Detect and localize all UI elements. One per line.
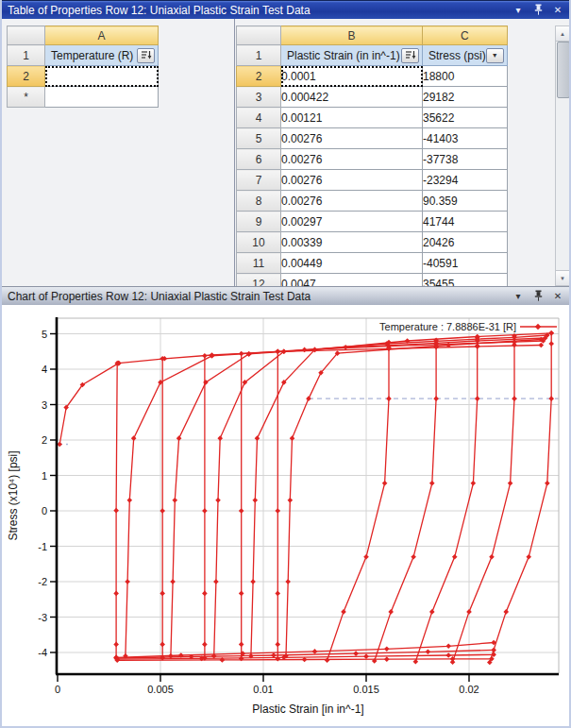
- table-splitter[interactable]: [234, 19, 235, 286]
- close-icon[interactable]: ✕: [552, 292, 563, 301]
- row-header-12[interactable]: 12: [237, 274, 281, 287]
- cell-B1[interactable]: Plastic Strain (in in^-1): [281, 45, 423, 66]
- row-header-2[interactable]: 2: [8, 66, 45, 87]
- cell-C4[interactable]: 35622: [423, 108, 508, 128]
- pin-icon[interactable]: [532, 4, 544, 17]
- data-point-marker: [426, 649, 431, 654]
- cell-B2[interactable]: 0.0001: [281, 66, 423, 87]
- chart-panel: Chart of Properties Row 12: Uniaxial Pla…: [2, 286, 569, 728]
- table-panel-titlebar: Table of Properties Row 12: Uniaxial Pla…: [2, 0, 569, 19]
- cell-C2[interactable]: 18800: [423, 66, 508, 87]
- cell-B9[interactable]: 0.00297: [281, 212, 423, 232]
- row-header-9[interactable]: 9: [237, 212, 281, 232]
- window-menu-icon[interactable]: ▾: [512, 292, 524, 301]
- y-tick-label: 0: [42, 505, 47, 516]
- cell-C8[interactable]: 90.359: [423, 191, 508, 212]
- scrollbar-thumb[interactable]: [557, 42, 569, 98]
- app-window: Table of Properties Row 12: Uniaxial Pla…: [0, 0, 571, 728]
- cell-B8[interactable]: 0.00276: [281, 191, 423, 212]
- cell-C7[interactable]: -23294: [423, 170, 508, 191]
- cell-C10[interactable]: 20426: [423, 232, 508, 253]
- scroll-up-button[interactable]: ▲: [556, 26, 569, 42]
- legend-label: Temperature : 7.8886E-31 [R]: [379, 321, 516, 332]
- data-point-marker: [429, 481, 435, 486]
- data-point-marker: [239, 508, 244, 514]
- row-header-*[interactable]: *: [8, 87, 45, 108]
- data-point-marker: [275, 508, 280, 514]
- data-point-marker: [343, 345, 348, 350]
- chart-panel-title: Chart of Properties Row 12: Uniaxial Pla…: [8, 290, 512, 303]
- row-header-11[interactable]: 11: [237, 253, 281, 274]
- table-vertical-scrollbar[interactable]: ▲ ▼: [555, 25, 569, 286]
- parameter-label: Stress (psi): [428, 49, 486, 62]
- data-point-marker: [306, 396, 311, 401]
- cell-B6[interactable]: 0.00276: [281, 149, 423, 170]
- cell-C12[interactable]: 35455: [423, 274, 508, 287]
- y-tick-label: -4: [38, 647, 47, 658]
- cell-C11[interactable]: -40591: [423, 253, 508, 274]
- pin-icon[interactable]: [532, 290, 544, 303]
- cell-A2[interactable]: [45, 66, 159, 87]
- column-header-C[interactable]: C: [423, 26, 508, 45]
- cell-A*[interactable]: [45, 87, 159, 108]
- close-icon[interactable]: ✕: [552, 6, 563, 15]
- row-header-3[interactable]: 3: [237, 87, 281, 108]
- table-corner[interactable]: [8, 26, 45, 45]
- cell-C6[interactable]: -37738: [423, 149, 508, 170]
- cell-C3[interactable]: 29182: [423, 87, 508, 108]
- data-point-marker: [312, 649, 318, 654]
- cell-C5[interactable]: -41403: [423, 128, 508, 149]
- y-axis-label: Stress (x10⁴) [psi]: [7, 450, 20, 540]
- strain-stress-table-grid: BC1Plastic Strain (in in^-1)Stress (psi)…: [236, 25, 508, 286]
- table-corner[interactable]: [237, 26, 281, 45]
- y-tick-label: -2: [38, 576, 47, 587]
- row-header-7[interactable]: 7: [237, 170, 281, 191]
- sort-icon[interactable]: [401, 48, 419, 63]
- data-series-line: [214, 351, 284, 656]
- data-point-marker: [445, 652, 451, 658]
- cell-C1[interactable]: Stress (psi)▼: [423, 45, 508, 66]
- row-header-8[interactable]: 8: [237, 191, 281, 212]
- data-point-marker: [475, 396, 480, 401]
- temperature-table-grid: A1Temperature (R)2*: [7, 25, 159, 108]
- row-header-2[interactable]: 2: [237, 66, 281, 87]
- sort-icon[interactable]: [137, 48, 155, 63]
- table-panel: Table of Properties Row 12: Uniaxial Pla…: [2, 0, 569, 286]
- cell-B12[interactable]: 0.0047: [281, 274, 423, 287]
- data-point-marker: [386, 396, 392, 401]
- data-point-marker: [239, 351, 244, 357]
- data-point-marker: [382, 481, 388, 486]
- stress-strain-chart: 543210-1-2-3-400.0050.010.0150.02Plastic…: [2, 305, 569, 728]
- data-point-marker: [471, 481, 477, 486]
- x-tick-label: 0.015: [353, 684, 379, 695]
- cell-B4[interactable]: 0.00121: [281, 108, 423, 128]
- cell-A1[interactable]: Temperature (R): [45, 45, 159, 66]
- row-header-5[interactable]: 5: [237, 128, 281, 149]
- data-point-marker: [168, 653, 174, 659]
- data-point-marker: [503, 609, 509, 615]
- data-point-marker: [388, 609, 394, 615]
- chart-panel-window-buttons: ▾ ✕: [512, 290, 565, 303]
- cell-B10[interactable]: 0.00339: [281, 232, 423, 253]
- column-header-A[interactable]: A: [45, 26, 159, 45]
- window-menu-icon[interactable]: ▾: [512, 6, 524, 15]
- row-header-1[interactable]: 1: [237, 45, 281, 66]
- data-point-marker: [285, 579, 291, 584]
- row-header-6[interactable]: 6: [237, 149, 281, 170]
- data-point-marker: [210, 353, 215, 359]
- cell-B7[interactable]: 0.00276: [281, 170, 423, 191]
- column-header-B[interactable]: B: [281, 26, 423, 45]
- row-header-10[interactable]: 10: [237, 232, 281, 253]
- scroll-down-button[interactable]: ▼: [556, 270, 569, 285]
- cell-B5[interactable]: 0.00276: [281, 128, 423, 149]
- dropdown-icon[interactable]: ▼: [486, 48, 504, 63]
- data-point-marker: [202, 353, 208, 359]
- data-point-marker: [466, 609, 472, 615]
- cell-B3[interactable]: 0.000422: [281, 87, 423, 108]
- row-header-4[interactable]: 4: [237, 108, 281, 128]
- cell-B11[interactable]: 0.00449: [281, 253, 423, 274]
- row-header-1[interactable]: 1: [8, 45, 45, 66]
- data-point-marker: [489, 554, 495, 560]
- cell-C9[interactable]: 41744: [423, 212, 508, 232]
- x-tick-label: 0.01: [253, 684, 273, 695]
